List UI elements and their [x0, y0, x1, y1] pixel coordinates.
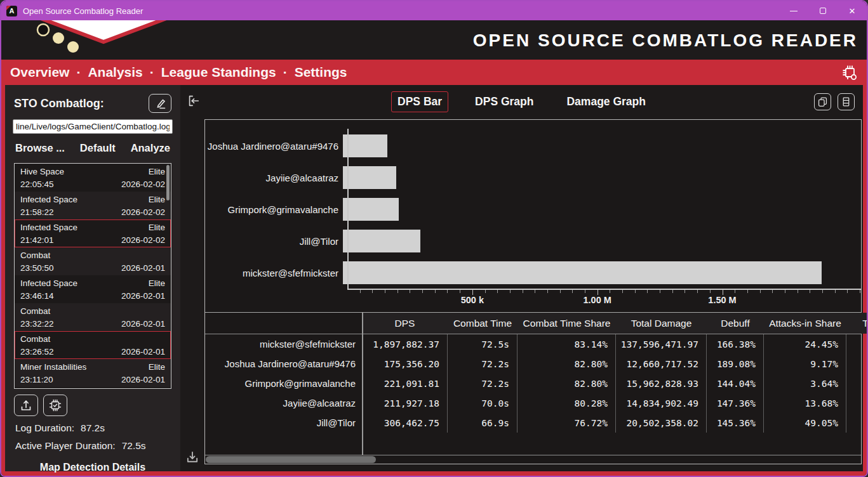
app-wordmark: OPEN SOURCE COMBATLOG READER	[473, 30, 858, 51]
x-axis-minor-tick	[822, 290, 823, 293]
log-time: 23:11:20	[20, 374, 53, 386]
chart-category-label: mickster@sfefmickster	[205, 268, 343, 278]
copy-view-button[interactable]	[814, 93, 831, 110]
log-list-item[interactable]: Infected SpaceElite21:58:222026-02-02	[15, 192, 171, 219]
log-time: 21:42:01	[20, 235, 54, 247]
x-axis-minor-tick	[572, 290, 573, 293]
table-row[interactable]: mickster@sfefmickster1,897,882.3772.5s83…	[205, 334, 861, 354]
log-date: 2026-02-01	[121, 263, 165, 275]
table-header-dps[interactable]: DPS	[362, 313, 448, 334]
app-header: OPEN SOURCE COMBATLOG READER	[1, 20, 867, 60]
map-detection-details-button[interactable]: Map Detection Details	[13, 462, 173, 473]
log-date: 2026-02-02	[121, 179, 165, 191]
log-list-item[interactable]: Infected SpaceElite23:46:142026-02-01	[15, 275, 171, 303]
upload-log-button[interactable]	[14, 395, 38, 416]
x-axis-minor-tick	[785, 290, 785, 293]
dps-bar[interactable]	[343, 198, 399, 221]
nav-item-analysis[interactable]: Analysis	[88, 65, 142, 80]
log-time: 23:50:50	[20, 263, 54, 275]
x-axis-minor-tick	[547, 290, 548, 293]
horizontal-scroll-thumb[interactable]	[206, 456, 376, 463]
table-view-button[interactable]	[838, 93, 855, 110]
table-row[interactable]: Joshua Jardinero@ataru#9476175,356.2072.…	[205, 354, 861, 374]
table-row[interactable]: Grimpork@grimavalanche221,091.8172.2s82.…	[205, 374, 861, 393]
table-cell: 83.14%	[517, 334, 616, 354]
nav-item-settings[interactable]: Settings	[295, 65, 347, 80]
dps-bar[interactable]	[343, 166, 396, 189]
table-header-combat-time-share[interactable]: Combat Time Share	[517, 313, 616, 334]
x-axis-minor-tick	[697, 290, 698, 293]
default-button[interactable]: Default	[80, 142, 116, 154]
browse-button[interactable]: Browse ...	[15, 142, 65, 154]
edit-path-button[interactable]	[149, 94, 171, 113]
table-cell: 72.2s	[448, 374, 517, 393]
log-date: 2026-02-01	[121, 346, 165, 358]
table-cell: 9.17%	[764, 354, 846, 374]
app-icon: A	[6, 6, 17, 16]
table-header-attacks-in-share[interactable]: Attacks-in Share	[764, 313, 846, 334]
x-axis-minor-tick	[422, 290, 423, 293]
x-axis-minor-tick	[660, 290, 660, 293]
log-list-item[interactable]: Hive SpaceElite22:05:452026-02-02	[15, 164, 171, 192]
table-cell-player-name: Jill@Tilor	[205, 413, 362, 433]
dps-bar[interactable]	[343, 261, 822, 284]
export-button[interactable]	[185, 450, 201, 465]
log-duration-label: Log Duration:	[15, 422, 74, 433]
log-map-name: Infected Space	[20, 222, 77, 234]
x-axis-minor-tick	[684, 290, 685, 293]
table-cell	[846, 393, 868, 413]
table-header-combat-time[interactable]: Combat Time	[448, 313, 517, 334]
maximize-button[interactable]	[808, 1, 838, 20]
x-axis-minor-tick	[747, 290, 748, 293]
tab-dps-graph[interactable]: DPS Graph	[469, 91, 540, 112]
tab-dps-bar[interactable]: DPS Bar	[391, 91, 448, 112]
upload-icon	[20, 399, 32, 412]
table-header-total-damage[interactable]: Total Damage	[616, 313, 707, 334]
dps-bar[interactable]	[343, 230, 420, 252]
analyze-button[interactable]: Analyze	[131, 142, 170, 154]
settings-chip-button[interactable]	[841, 64, 858, 81]
table-cell: 14,834,902.49	[616, 393, 707, 413]
frozen-column-divider	[362, 313, 363, 455]
app-window: A Open Source Combatlog Reader ✕ OPEN SO…	[0, 0, 868, 477]
table-row[interactable]: Jill@Tilor306,462.7566.9s76.72%20,502,35…	[205, 413, 861, 433]
chart-bar-row: Jill@Tilor	[205, 225, 861, 257]
log-difficulty: Elite	[149, 194, 165, 206]
sidebar-title: STO Combatlog:	[14, 97, 104, 110]
x-axis-minor-tick	[497, 290, 498, 293]
log-map-name: Infected Space	[20, 278, 77, 290]
sidebar: STO Combatlog: Browse ... Default Analyz…	[5, 85, 180, 471]
close-button[interactable]: ✕	[838, 1, 867, 20]
log-list-item[interactable]: Combat23:32:222026-02-01	[15, 303, 171, 331]
reanalyze-chip-button[interactable]	[43, 395, 67, 416]
table-cell: 221,091.81	[362, 374, 448, 393]
list-scrollbar[interactable]	[166, 165, 170, 200]
log-time: 21:58:22	[20, 207, 54, 219]
log-map-name: Hive Space	[20, 166, 64, 178]
table-cell-player-name: Jayiie@alcaatraz	[205, 393, 362, 413]
table-cell: 76.72%	[517, 413, 616, 433]
log-difficulty: Elite	[149, 362, 165, 374]
nav-item-overview[interactable]: Overview	[10, 65, 69, 80]
table-cell: 82.80%	[517, 374, 616, 393]
table-cell: 147.36%	[707, 393, 764, 413]
chart-category-label: Grimpork@grimavalanche	[205, 204, 343, 215]
tab-damage-graph[interactable]: Damage Graph	[560, 91, 651, 112]
table-cell: 175,356.20	[362, 354, 448, 374]
log-list-item[interactable]: Miner InstabilitiesElite23:11:202026-02-…	[15, 359, 171, 387]
table-row[interactable]: Jayiie@alcaatraz211,927.1870.0s80.28%14,…	[205, 393, 861, 413]
active-duration-stat: Active Player Duration:72.5s	[15, 440, 170, 452]
x-axis-minor-tick	[798, 290, 798, 293]
log-list-item[interactable]: Combat23:50:502026-02-01	[15, 247, 171, 275]
log-list-item[interactable]: Combat23:26:522026-02-01	[15, 331, 171, 359]
log-list-item[interactable]: Infected SpaceElite21:42:012026-02-02	[15, 219, 171, 247]
nav-item-league-standings[interactable]: League Standings	[161, 65, 276, 80]
dps-bar[interactable]	[343, 134, 387, 157]
table-cell: 189.08%	[707, 354, 764, 374]
table-cell: 12,660,717.52	[616, 354, 707, 374]
minimize-button[interactable]	[779, 1, 808, 20]
table-header-debuff[interactable]: Debuff	[707, 313, 764, 334]
combatlog-path-input[interactable]	[13, 119, 173, 134]
table-header-t[interactable]: T	[846, 313, 868, 334]
window-controls: ✕	[779, 1, 867, 20]
